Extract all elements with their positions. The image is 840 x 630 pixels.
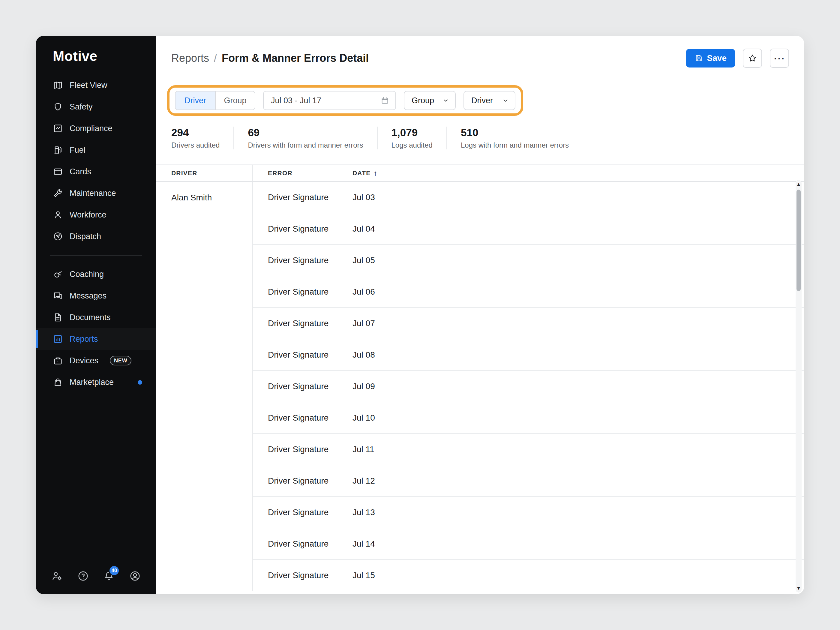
clipboard-icon [53, 123, 63, 134]
table-rows: Driver SignatureJul 03Driver SignatureJu… [252, 182, 804, 591]
date-cell: Jul 12 [352, 476, 375, 486]
date-range-value: Jul 03 - Jul 17 [271, 96, 321, 105]
sidebar-item-dispatch[interactable]: Dispatch [36, 226, 156, 247]
stat-label: Drivers audited [171, 141, 219, 149]
date-cell: Jul 13 [352, 508, 375, 517]
document-icon [53, 312, 63, 322]
sidebar-item-compliance[interactable]: Compliance [36, 118, 156, 139]
date-cell: Jul 10 [352, 413, 375, 423]
sidebar-item-label: Safety [69, 102, 93, 112]
whistle-icon [53, 269, 63, 279]
stat-logs-with-errors: 510 Logs with form and manner errors [447, 126, 583, 149]
scroll-down-arrow[interactable]: ▼ [796, 586, 802, 591]
sidebar-item-label: Coaching [69, 270, 104, 279]
sidebar-item-label: Workforce [69, 210, 106, 219]
date-range-input[interactable]: Jul 03 - Jul 17 [263, 91, 396, 110]
compass-icon [53, 231, 63, 242]
card-icon [53, 166, 63, 177]
sidebar-item-coaching[interactable]: Coaching [36, 264, 156, 285]
group-filter-dropdown[interactable]: Group [404, 91, 456, 110]
sidebar-item-label: Documents [69, 313, 111, 322]
save-button[interactable]: Save [686, 49, 735, 68]
table-row[interactable]: Driver SignatureJul 05 [253, 245, 804, 276]
error-cell: Driver Signature [253, 350, 352, 360]
person-icon [53, 210, 63, 220]
group-dropdown-label: Group [412, 96, 434, 105]
sidebar-item-messages[interactable]: Messages [36, 285, 156, 306]
wrench-icon [53, 188, 63, 198]
sidebar-item-maintenance[interactable]: Maintenance [36, 182, 156, 204]
column-header-date-label: DATE [352, 169, 371, 177]
breadcrumb-reports-link[interactable]: Reports [171, 52, 209, 65]
errors-table: DRIVER ERROR DATE ↑ Alan Smith Driver Si… [156, 164, 804, 591]
table-row[interactable]: Driver SignatureJul 10 [253, 402, 804, 434]
table-row[interactable]: Driver SignatureJul 11 [253, 434, 804, 465]
table-row[interactable]: Driver SignatureJul 03 [253, 182, 804, 213]
new-badge: NEW [110, 356, 131, 365]
date-cell: Jul 08 [352, 350, 375, 360]
column-header-error[interactable]: ERROR [253, 169, 352, 177]
user-settings-button[interactable] [51, 570, 63, 582]
error-cell: Driver Signature [253, 508, 352, 517]
motive-logo[interactable]: Motive [53, 48, 156, 64]
sidebar-item-marketplace[interactable]: Marketplace [36, 371, 156, 393]
error-cell: Driver Signature [253, 256, 352, 265]
table-scrollbar[interactable]: ▲ ▼ [796, 180, 802, 592]
scrollbar-thumb[interactable] [796, 189, 801, 291]
driver-filter-dropdown[interactable]: Driver [464, 91, 515, 110]
scroll-up-arrow[interactable]: ▲ [796, 182, 802, 187]
table-row[interactable]: Driver SignatureJul 12 [253, 465, 804, 497]
toggle-driver[interactable]: Driver [175, 92, 215, 109]
bar-chart-icon [53, 334, 63, 344]
notifications-count-badge: 40 [109, 565, 120, 576]
profile-button[interactable] [129, 570, 141, 582]
table-row[interactable]: Driver SignatureJul 06 [253, 276, 804, 308]
table-row[interactable]: Driver SignatureJul 13 [253, 497, 804, 528]
sidebar-item-label: Cards [69, 167, 91, 177]
ellipsis-icon: ⋯ [774, 52, 785, 64]
device-icon [53, 355, 63, 366]
sidebar-item-safety[interactable]: Safety [36, 96, 156, 118]
table-row[interactable]: Driver SignatureJul 09 [253, 371, 804, 402]
sidebar-item-label: Fuel [69, 145, 85, 155]
sidebar-item-fuel[interactable]: Fuel [36, 139, 156, 161]
driver-column: Alan Smith [156, 182, 252, 591]
table-row[interactable]: Driver SignatureJul 04 [253, 213, 804, 245]
stat-value: 1,079 [392, 126, 433, 139]
sidebar-item-fleet-view[interactable]: Fleet View [36, 74, 156, 96]
date-cell: Jul 07 [352, 319, 375, 328]
breadcrumb: Reports / Form & Manner Errors Detail [171, 52, 369, 65]
column-header-date[interactable]: DATE ↑ [352, 169, 378, 177]
main-content: Reports / Form & Manner Errors Detail Sa… [156, 36, 804, 594]
error-cell: Driver Signature [253, 193, 352, 202]
sidebar-spacer [36, 393, 156, 570]
fuel-icon [53, 145, 63, 155]
column-header-driver[interactable]: DRIVER [156, 169, 252, 177]
notifications-button[interactable]: 40 [103, 570, 115, 582]
more-options-button[interactable]: ⋯ [770, 49, 789, 68]
sidebar-item-workforce[interactable]: Workforce [36, 204, 156, 226]
shield-icon [53, 102, 63, 112]
sidebar-item-cards[interactable]: Cards [36, 161, 156, 182]
stat-value: 69 [248, 126, 363, 139]
table-row[interactable]: Driver SignatureJul 07 [253, 308, 804, 339]
help-button[interactable] [77, 570, 89, 582]
date-cell: Jul 11 [352, 445, 374, 454]
table-row[interactable]: Driver SignatureJul 14 [253, 528, 804, 560]
sidebar-item-reports[interactable]: Reports [36, 328, 156, 350]
calendar-icon [381, 96, 389, 105]
table-row[interactable]: Driver SignatureJul 08 [253, 339, 804, 371]
favorite-report-button[interactable] [743, 49, 762, 68]
table-header-right: ERROR DATE ↑ [252, 165, 804, 181]
table-row[interactable]: Driver SignatureJul 15 [253, 560, 804, 591]
stat-label: Drivers with form and manner errors [248, 141, 363, 149]
filter-bar-highlight: Driver Group Jul 03 - Jul 17 Group Drive… [167, 85, 523, 116]
sidebar-item-devices[interactable]: DevicesNEW [36, 350, 156, 371]
sidebar-item-label: Compliance [69, 124, 112, 133]
date-cell: Jul 05 [352, 256, 375, 265]
toggle-group[interactable]: Group [215, 92, 255, 109]
save-icon [695, 54, 703, 62]
sidebar-item-documents[interactable]: Documents [36, 306, 156, 328]
error-cell: Driver Signature [253, 571, 352, 580]
stat-value: 294 [171, 126, 219, 139]
